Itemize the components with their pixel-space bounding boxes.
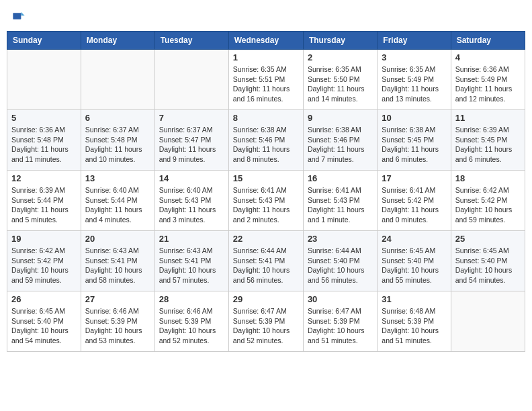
day-number: 15 [233,173,299,183]
day-info: Sunrise: 6:37 AM Sunset: 5:47 PM Dayligh… [159,125,224,165]
day-info: Sunrise: 6:44 AM Sunset: 5:40 PM Dayligh… [308,246,373,285]
day-info: Sunrise: 6:45 AM Sunset: 5:40 PM Dayligh… [455,246,521,285]
day-number: 24 [382,234,446,244]
day-number: 8 [233,113,299,123]
column-header-tuesday: Tuesday [154,32,228,50]
day-info: Sunrise: 6:42 AM Sunset: 5:42 PM Dayligh… [455,185,521,225]
day-info: Sunrise: 6:38 AM Sunset: 5:45 PM Dayligh… [382,125,446,165]
calendar-cell: 13Sunrise: 6:40 AM Sunset: 5:44 PM Dayli… [81,171,154,231]
day-number: 9 [308,113,373,123]
day-number: 29 [233,294,299,304]
logo [12,9,28,23]
column-header-monday: Monday [81,32,154,50]
day-info: Sunrise: 6:46 AM Sunset: 5:39 PM Dayligh… [85,306,150,346]
day-number: 20 [85,234,150,244]
day-info: Sunrise: 6:41 AM Sunset: 5:43 PM Dayligh… [308,185,373,225]
day-number: 30 [308,294,373,304]
day-info: Sunrise: 6:40 AM Sunset: 5:43 PM Dayligh… [159,185,224,225]
calendar-cell: 10Sunrise: 6:38 AM Sunset: 5:45 PM Dayli… [378,110,451,171]
svg-marker-1 [21,12,24,15]
calendar-cell: 27Sunrise: 6:46 AM Sunset: 5:39 PM Dayli… [81,291,154,352]
day-info: Sunrise: 6:38 AM Sunset: 5:46 PM Dayligh… [233,125,299,165]
calendar-cell [154,50,228,110]
calendar-cell: 2Sunrise: 6:35 AM Sunset: 5:50 PM Daylig… [303,50,377,110]
column-header-saturday: Saturday [451,32,525,50]
day-number: 19 [11,234,77,244]
calendar-cell: 11Sunrise: 6:39 AM Sunset: 5:45 PM Dayli… [451,110,525,171]
column-header-friday: Friday [378,32,451,50]
calendar-table: SundayMondayTuesdayWednesdayThursdayFrid… [7,31,525,352]
calendar-cell: 6Sunrise: 6:37 AM Sunset: 5:48 PM Daylig… [81,110,154,171]
calendar-cell: 17Sunrise: 6:41 AM Sunset: 5:42 PM Dayli… [378,171,451,231]
day-number: 12 [11,173,77,183]
day-number: 16 [308,173,373,183]
calendar-cell: 14Sunrise: 6:40 AM Sunset: 5:43 PM Dayli… [154,171,228,231]
calendar-cell: 1Sunrise: 6:35 AM Sunset: 5:51 PM Daylig… [228,50,303,110]
calendar-cell: 3Sunrise: 6:35 AM Sunset: 5:49 PM Daylig… [378,50,451,110]
day-info: Sunrise: 6:42 AM Sunset: 5:42 PM Dayligh… [11,246,77,285]
day-number: 28 [159,294,224,304]
day-number: 1 [233,52,299,62]
day-number: 4 [455,52,521,62]
day-info: Sunrise: 6:43 AM Sunset: 5:41 PM Dayligh… [85,246,150,285]
calendar-cell: 19Sunrise: 6:42 AM Sunset: 5:42 PM Dayli… [7,231,81,291]
column-header-wednesday: Wednesday [228,32,303,50]
day-info: Sunrise: 6:45 AM Sunset: 5:40 PM Dayligh… [11,306,77,346]
calendar-cell: 24Sunrise: 6:45 AM Sunset: 5:40 PM Dayli… [378,231,451,291]
header-row: SundayMondayTuesdayWednesdayThursdayFrid… [7,32,525,50]
day-number: 2 [308,52,373,62]
day-info: Sunrise: 6:35 AM Sunset: 5:50 PM Dayligh… [308,64,373,104]
calendar-cell: 21Sunrise: 6:43 AM Sunset: 5:41 PM Dayli… [154,231,228,291]
day-number: 5 [11,113,77,123]
day-info: Sunrise: 6:39 AM Sunset: 5:44 PM Dayligh… [11,185,77,225]
day-number: 18 [455,173,521,183]
calendar-cell [81,50,154,110]
calendar-cell: 29Sunrise: 6:47 AM Sunset: 5:39 PM Dayli… [228,291,303,352]
day-number: 13 [85,173,150,183]
calendar-cell: 9Sunrise: 6:38 AM Sunset: 5:46 PM Daylig… [303,110,377,171]
day-info: Sunrise: 6:45 AM Sunset: 5:40 PM Dayligh… [382,246,446,285]
day-info: Sunrise: 6:43 AM Sunset: 5:41 PM Dayligh… [159,246,224,285]
day-info: Sunrise: 6:48 AM Sunset: 5:39 PM Dayligh… [382,306,446,346]
day-info: Sunrise: 6:38 AM Sunset: 5:46 PM Dayligh… [308,125,373,165]
day-number: 17 [382,173,446,183]
calendar-cell: 15Sunrise: 6:41 AM Sunset: 5:43 PM Dayli… [228,171,303,231]
calendar-cell: 30Sunrise: 6:47 AM Sunset: 5:39 PM Dayli… [303,291,377,352]
calendar-cell [7,50,81,110]
day-number: 21 [159,234,224,244]
calendar-cell: 4Sunrise: 6:36 AM Sunset: 5:49 PM Daylig… [451,50,525,110]
column-header-thursday: Thursday [303,32,377,50]
day-number: 6 [85,113,150,123]
day-number: 26 [11,294,77,304]
week-row-3: 12Sunrise: 6:39 AM Sunset: 5:44 PM Dayli… [7,171,525,231]
day-info: Sunrise: 6:36 AM Sunset: 5:49 PM Dayligh… [455,64,521,104]
calendar-cell: 12Sunrise: 6:39 AM Sunset: 5:44 PM Dayli… [7,171,81,231]
week-row-2: 5Sunrise: 6:36 AM Sunset: 5:48 PM Daylig… [7,110,525,171]
day-number: 10 [382,113,446,123]
day-number: 23 [308,234,373,244]
calendar-cell [451,291,525,352]
day-number: 14 [159,173,224,183]
day-number: 22 [233,234,299,244]
calendar-cell: 8Sunrise: 6:38 AM Sunset: 5:46 PM Daylig… [228,110,303,171]
day-info: Sunrise: 6:41 AM Sunset: 5:42 PM Dayligh… [382,185,446,225]
day-info: Sunrise: 6:35 AM Sunset: 5:49 PM Dayligh… [382,64,446,104]
day-info: Sunrise: 6:47 AM Sunset: 5:39 PM Dayligh… [308,306,373,346]
week-row-4: 19Sunrise: 6:42 AM Sunset: 5:42 PM Dayli… [7,231,525,291]
day-info: Sunrise: 6:35 AM Sunset: 5:51 PM Dayligh… [233,64,299,104]
calendar-cell: 22Sunrise: 6:44 AM Sunset: 5:41 PM Dayli… [228,231,303,291]
logo-icon [12,9,26,23]
day-number: 7 [159,113,224,123]
day-info: Sunrise: 6:37 AM Sunset: 5:48 PM Dayligh… [85,125,150,165]
calendar-cell: 7Sunrise: 6:37 AM Sunset: 5:47 PM Daylig… [154,110,228,171]
day-number: 31 [382,294,446,304]
column-header-sunday: Sunday [7,32,81,50]
day-number: 11 [455,113,521,123]
calendar-cell: 23Sunrise: 6:44 AM Sunset: 5:40 PM Dayli… [303,231,377,291]
day-number: 3 [382,52,446,62]
calendar-cell: 16Sunrise: 6:41 AM Sunset: 5:43 PM Dayli… [303,171,377,231]
week-row-1: 1Sunrise: 6:35 AM Sunset: 5:51 PM Daylig… [7,50,525,110]
day-info: Sunrise: 6:36 AM Sunset: 5:48 PM Dayligh… [11,125,77,165]
calendar-cell: 18Sunrise: 6:42 AM Sunset: 5:42 PM Dayli… [451,171,525,231]
day-info: Sunrise: 6:40 AM Sunset: 5:44 PM Dayligh… [85,185,150,225]
